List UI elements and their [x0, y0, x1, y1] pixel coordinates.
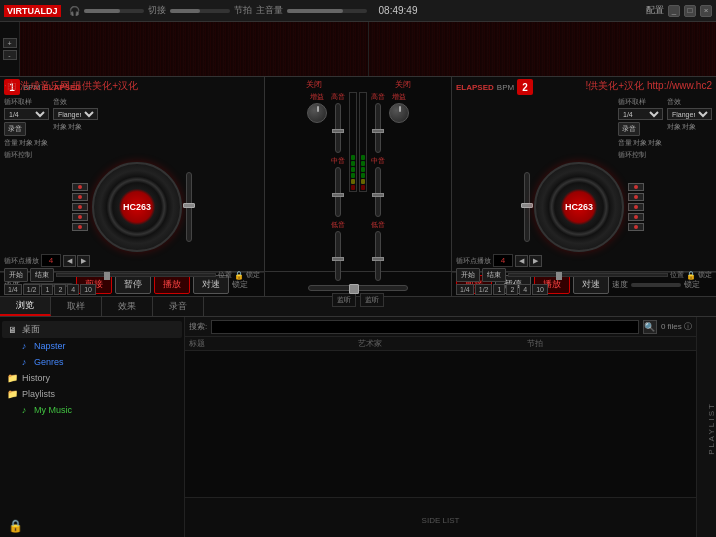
- connect-slider[interactable]: [170, 9, 230, 13]
- deck1-size-3[interactable]: 1: [41, 284, 53, 295]
- waveform-zoom-in[interactable]: +: [3, 38, 17, 48]
- close-button[interactable]: ×: [700, 5, 712, 17]
- deck2-loop-select[interactable]: 1/4: [618, 108, 663, 120]
- minimize-button[interactable]: _: [668, 5, 680, 17]
- deck2-size-3[interactable]: 1: [493, 284, 505, 295]
- deck1-record-btn[interactable]: 录音: [4, 122, 26, 136]
- sidebar-item-history[interactable]: 📁 History: [2, 370, 182, 386]
- tab-record[interactable]: 录音: [153, 297, 204, 316]
- deck2-size-2[interactable]: 1/2: [475, 284, 493, 295]
- crossfader-thumb[interactable]: [349, 284, 359, 294]
- eq-close-1[interactable]: 关闭: [306, 79, 322, 90]
- deck1-pitch-thumb[interactable]: [183, 203, 195, 208]
- monitor-left-btn[interactable]: 监听: [332, 293, 356, 307]
- deck2-size-6[interactable]: 10: [532, 284, 548, 295]
- deck2-stutter-4[interactable]: [628, 213, 644, 221]
- deck2-end-btn[interactable]: 结束: [482, 268, 506, 282]
- eq-gain-knob-l[interactable]: [307, 103, 327, 123]
- deck1-stutter-2[interactable]: [72, 193, 88, 201]
- waveform-zoom-out[interactable]: -: [3, 50, 17, 60]
- headphone-icon: 🎧: [69, 6, 80, 16]
- search-input[interactable]: [211, 320, 639, 334]
- deck2-pitch-slider[interactable]: [524, 172, 530, 242]
- deck2-loop-back[interactable]: ◀: [515, 255, 528, 267]
- sidebar-history-label: History: [22, 373, 50, 383]
- deck2-pitch-thumb[interactable]: [521, 203, 533, 208]
- eq-low-label-r: 低音: [371, 220, 385, 230]
- playlist-label[interactable]: P L A Y L I S T: [707, 404, 716, 455]
- headphone-slider[interactable]: [84, 9, 144, 13]
- deck1-lock-icon[interactable]: 🔒: [234, 271, 244, 280]
- eq-hi-fader-r[interactable]: [375, 103, 381, 153]
- deck1-size-4[interactable]: 2: [54, 284, 66, 295]
- crossfader[interactable]: [308, 285, 408, 291]
- deck1-stutter-3[interactable]: [72, 203, 88, 211]
- sidebar-item-mymusic[interactable]: ♪ My Music: [2, 402, 182, 418]
- deck2-turntable[interactable]: HC263: [534, 162, 624, 252]
- deck2-stutter-3[interactable]: [628, 203, 644, 211]
- eq-mid-thumb-r[interactable]: [372, 193, 384, 197]
- eq-gain-knob-r[interactable]: [389, 103, 409, 123]
- deck1-stutter-5[interactable]: [72, 223, 88, 231]
- waveform-right[interactable]: [369, 22, 717, 76]
- sidebar-lock-btn[interactable]: 🔒: [8, 519, 23, 533]
- tab-browse[interactable]: 浏览: [0, 297, 51, 316]
- deck2-position-slider[interactable]: [508, 273, 668, 277]
- eq-mid-fader-l[interactable]: [335, 167, 341, 217]
- deck1-start-btn[interactable]: 开始: [4, 268, 28, 282]
- sidebar-item-playlists[interactable]: 📁 Playlists: [2, 386, 182, 402]
- tab-sample[interactable]: 取样: [51, 297, 102, 316]
- deck1-size-1[interactable]: 1/4: [4, 284, 22, 295]
- deck2-stutter-2[interactable]: [628, 193, 644, 201]
- waveform-left[interactable]: [20, 22, 369, 76]
- config-button[interactable]: 配置: [646, 4, 664, 17]
- eq-mid-thumb-l[interactable]: [332, 193, 344, 197]
- deck1-effect-select[interactable]: Flanger: [53, 108, 98, 120]
- deck1-position-slider[interactable]: [56, 273, 216, 277]
- sidebar-item-napster[interactable]: ♪ Napster: [2, 338, 182, 354]
- deck1-size-5[interactable]: 4: [67, 284, 79, 295]
- deck2-size-5[interactable]: 4: [519, 284, 531, 295]
- deck2-lock-icon[interactable]: 🔒: [686, 271, 696, 280]
- deck2-effect-select[interactable]: Flanger: [667, 108, 712, 120]
- eq-close-2[interactable]: 关闭: [395, 79, 411, 90]
- eq-low-fader-r[interactable]: [375, 231, 381, 281]
- sidebar-item-genres[interactable]: ♪ Genres: [2, 354, 182, 370]
- deck1-size-6[interactable]: 10: [80, 284, 96, 295]
- deck1-loop-fwd[interactable]: ▶: [77, 255, 90, 267]
- eq-low-thumb-r[interactable]: [372, 257, 384, 261]
- deck1-loop-back[interactable]: ◀: [63, 255, 76, 267]
- master-slider[interactable]: [287, 9, 367, 13]
- history-icon: 📁: [6, 372, 18, 384]
- deck2-stutter-1[interactable]: [628, 183, 644, 191]
- deck2-size-1[interactable]: 1/4: [456, 284, 474, 295]
- deck2-position-thumb[interactable]: [556, 272, 562, 280]
- deck2-size-4[interactable]: 2: [506, 284, 518, 295]
- eq-low-fader-l[interactable]: [335, 231, 341, 281]
- tab-effect[interactable]: 效果: [102, 297, 153, 316]
- deck2-start-btn[interactable]: 开始: [456, 268, 480, 282]
- eq-hi-thumb-l[interactable]: [332, 129, 344, 133]
- sidebar-item-desktop[interactable]: 🖥 桌面: [2, 321, 182, 338]
- deck2-record-btn[interactable]: 录音: [618, 122, 640, 136]
- deck1-size-2[interactable]: 1/2: [23, 284, 41, 295]
- maximize-button[interactable]: □: [684, 5, 696, 17]
- eq-low-thumb-l[interactable]: [332, 257, 344, 261]
- deck1-stutter-4[interactable]: [72, 213, 88, 221]
- monitor-right-btn[interactable]: 监听: [360, 293, 384, 307]
- deck2-loop-fwd[interactable]: ▶: [529, 255, 542, 267]
- search-button[interactable]: 🔍: [643, 320, 657, 334]
- deck1-stutter-1[interactable]: [72, 183, 88, 191]
- deck1-pitch-slider[interactable]: [186, 172, 192, 242]
- deck1-loop-select[interactable]: 1/4: [4, 108, 49, 120]
- eq-hi-thumb-r[interactable]: [372, 129, 384, 133]
- bottom-panel: 🖥 桌面 ♪ Napster ♪ Genres 📁 History 📁 Play…: [0, 317, 716, 537]
- eq-mid-fader-r[interactable]: [375, 167, 381, 217]
- deck2-stutter-5[interactable]: [628, 223, 644, 231]
- eq-hi-fader-l[interactable]: [335, 103, 341, 153]
- eq-sliders-left: 高音 中音 低音: [331, 92, 345, 281]
- file-count: 0 files ⓘ: [661, 321, 692, 332]
- deck1-end-btn[interactable]: 结束: [30, 268, 54, 282]
- deck1-turntable[interactable]: HC263: [92, 162, 182, 252]
- deck1-position-thumb[interactable]: [104, 272, 110, 280]
